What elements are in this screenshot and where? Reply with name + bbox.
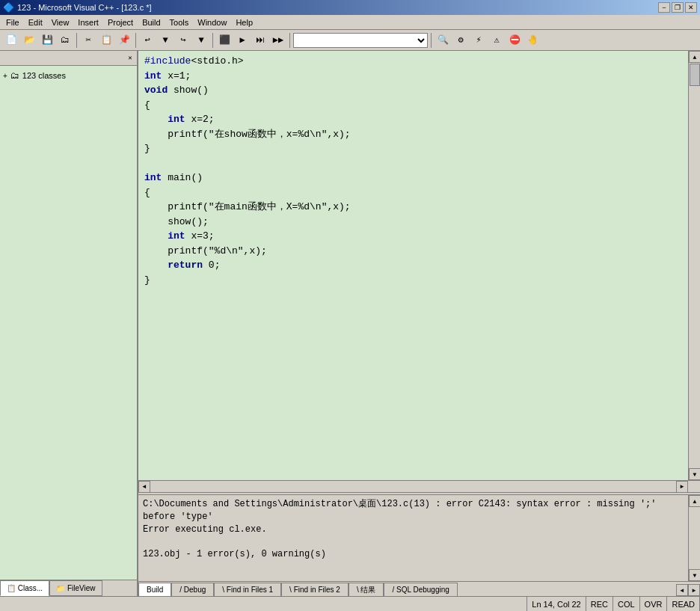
menu-view[interactable]: View [47, 16, 74, 28]
menu-bar: File Edit View Insert Project Build Tool… [0, 15, 700, 30]
left-panel-close[interactable]: ✕ [125, 53, 135, 64]
status-ovr: OVR [640, 597, 668, 611]
code-editor[interactable]: #include<stdio.h> int x=1; void show() {… [138, 51, 688, 480]
menu-help[interactable]: Help [231, 16, 257, 28]
left-tabs: 📋 Class... 📁 FileView [0, 580, 137, 596]
editor-vscrollbar[interactable]: ▲ ▼ [688, 51, 700, 480]
separator-2 [135, 33, 136, 48]
tab-build[interactable]: Build [138, 583, 171, 596]
tabs-scroll-left[interactable]: ◄ [676, 584, 688, 596]
classes-icon: 🗂 [10, 70, 19, 81]
config-dropdown[interactable] [293, 33, 428, 48]
close-button[interactable]: ✕ [685, 2, 697, 13]
toolbar: 📄 📂 💾 🗂 ✂ 📋 📌 ↩ ▼ ↪ ▼ ⬛ ▶ ⏭ ▶▶ 🔍 ⚙ ⚡ ⚠ ⛔… [0, 30, 700, 51]
tab-results[interactable]: \ 结果 [349, 583, 384, 596]
tab-find2[interactable]: \ Find in Files 2 [281, 583, 349, 596]
tab-find2-label: \ Find in Files 2 [289, 586, 340, 594]
scroll-left-button[interactable]: ◄ [138, 481, 150, 493]
menu-tools[interactable]: Tools [165, 16, 194, 28]
debug4-button[interactable]: ⛔ [506, 32, 523, 49]
debug5-button[interactable]: 🤚 [524, 32, 541, 49]
tree-view[interactable]: + 🗂 123 classes [0, 66, 137, 580]
output-tabs: Build / Debug \ Find in Files 1 \ Find i… [138, 581, 700, 596]
title-bar: 🔷 123 - Microsoft Visual C++ - [123.c *]… [0, 0, 700, 15]
scroll-track[interactable] [689, 63, 700, 468]
tree-item-label: 123 classes [22, 71, 66, 80]
tab-find1-label: \ Find in Files 1 [222, 586, 273, 594]
status-position: Ln 14, Col 22 [527, 597, 586, 611]
tab-find1[interactable]: \ Find in Files 1 [214, 583, 281, 596]
main-layout: ✕ + 🗂 123 classes 📋 Class... 📁 FileView [0, 51, 700, 596]
separator-1 [76, 33, 77, 48]
undo-dropdown[interactable]: ▼ [157, 32, 174, 49]
copy-button[interactable]: 📋 [98, 32, 114, 49]
tab-debug-label: / Debug [179, 586, 206, 594]
restore-button[interactable]: ❐ [672, 2, 684, 13]
save-all-button[interactable]: 🗂 [57, 32, 73, 49]
fileview-tab-label: 📁 FileView [56, 584, 95, 592]
status-read: READ [667, 597, 700, 611]
menu-file[interactable]: File [1, 16, 24, 28]
classview-tab-label: 📋 Class... [7, 584, 43, 592]
menu-edit[interactable]: Edit [24, 16, 47, 28]
compile3-button[interactable]: ⏭ [252, 32, 268, 49]
menu-build[interactable]: Build [138, 16, 165, 28]
undo-button[interactable]: ↩ [139, 32, 156, 49]
scroll-down-button[interactable]: ▼ [689, 468, 700, 480]
scroll-right-button[interactable]: ► [676, 481, 688, 493]
center-area: #include<stdio.h> int x=1; void show() {… [138, 51, 700, 596]
status-bar: Ln 14, Col 22 REC COL OVR READ [0, 596, 700, 611]
tree-expand-icon[interactable]: + [3, 72, 7, 80]
output-scroll-track[interactable] [689, 507, 700, 569]
paste-button[interactable]: 📌 [116, 32, 132, 49]
status-rec: REC [586, 597, 613, 611]
scroll-up-button[interactable]: ▲ [689, 51, 700, 63]
cut-button[interactable]: ✂ [80, 32, 96, 49]
window-title: 123 - Microsoft Visual C++ - [123.c *] [17, 3, 152, 12]
find-button[interactable]: 🔍 [435, 32, 451, 49]
menu-insert[interactable]: Insert [73, 16, 103, 28]
open-button[interactable]: 📂 [21, 32, 37, 49]
debug1-button[interactable]: ⚙ [452, 32, 469, 49]
output-panel: C:\Documents and Settings\Administrator\… [138, 495, 688, 581]
new-button[interactable]: 📄 [3, 32, 19, 49]
menu-project[interactable]: Project [103, 16, 138, 28]
output-vscrollbar[interactable]: ▲ ▼ [688, 495, 700, 581]
separator-3 [212, 33, 213, 48]
debug2-button[interactable]: ⚡ [470, 32, 487, 49]
output-scroll-down[interactable]: ▼ [689, 569, 700, 581]
compile-button[interactable]: ⬛ [216, 32, 233, 49]
tab-build-label: Build [147, 586, 163, 594]
tab-classview[interactable]: 📋 Class... [0, 580, 49, 596]
left-panel: ✕ + 🗂 123 classes 📋 Class... 📁 FileView [0, 51, 138, 596]
hscroll-track[interactable] [150, 481, 676, 492]
editor-hscrollbar[interactable]: ◄ ► [138, 480, 700, 492]
separator-4 [289, 33, 290, 48]
run-button[interactable]: ▶▶ [270, 32, 286, 49]
debug3-button[interactable]: ⚠ [488, 32, 505, 49]
status-main [0, 597, 527, 611]
tree-item-classes[interactable]: + 🗂 123 classes [3, 69, 134, 82]
compile2-button[interactable]: ▶ [234, 32, 251, 49]
minimize-button[interactable]: − [658, 2, 670, 13]
separator-5 [431, 33, 432, 48]
output-content-area: C:\Documents and Settings\Administrator\… [138, 495, 700, 581]
redo-button[interactable]: ↪ [175, 32, 191, 49]
save-button[interactable]: 💾 [39, 32, 55, 49]
editor-area: #include<stdio.h> int x=1; void show() {… [138, 51, 700, 480]
tab-debug[interactable]: / Debug [171, 583, 214, 596]
scroll-thumb[interactable] [690, 64, 700, 86]
output-section: C:\Documents and Settings\Administrator\… [138, 495, 700, 596]
menu-window[interactable]: Window [193, 16, 231, 28]
redo-dropdown[interactable]: ▼ [193, 32, 209, 49]
tab-sql-label: / SQL Debugging [392, 586, 449, 594]
tab-fileview[interactable]: 📁 FileView [49, 580, 102, 596]
tab-results-label: \ 结果 [357, 585, 376, 595]
tab-sql[interactable]: / SQL Debugging [384, 583, 457, 596]
status-col: COL [613, 597, 640, 611]
left-panel-toolbar: ✕ [0, 51, 137, 66]
tabs-scroll-right[interactable]: ► [688, 584, 700, 596]
output-scroll-up[interactable]: ▲ [689, 495, 700, 507]
